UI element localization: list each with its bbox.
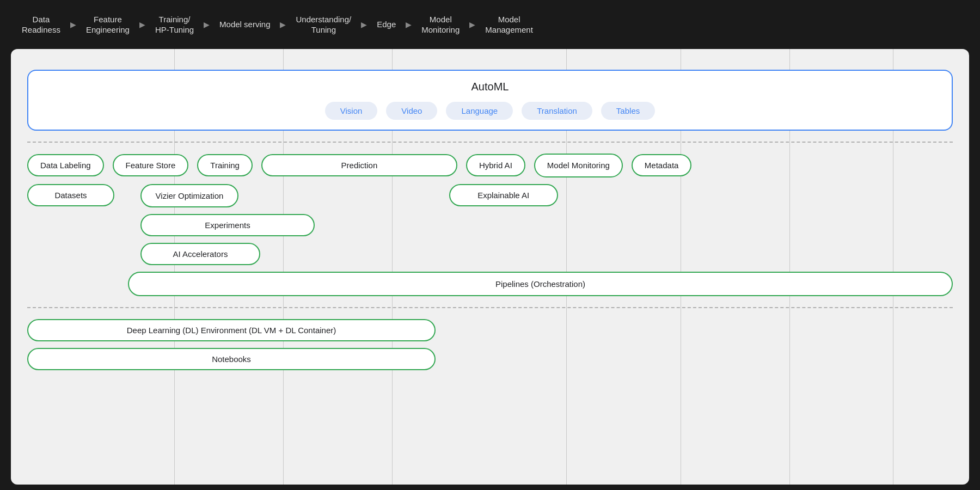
dl-section: Deep Learning (DL) Environment (DL VM + … [27,319,953,370]
nav-item-model-serving[interactable]: Model serving [219,19,270,30]
nav-label: Edge [377,19,396,30]
experiments-row: Experiments [27,214,953,236]
automl-title: AutoML [41,81,939,93]
ai-accelerators-row: AI Accelerators [27,243,953,265]
pill-notebooks[interactable]: Notebooks [27,348,436,370]
pill-experiments[interactable]: Experiments [140,214,315,236]
pill-feature-store[interactable]: Feature Store [113,154,189,176]
nav-arrow-6: ▶ [406,20,412,29]
nav-item-model-monitoring[interactable]: Model Monitoring [421,14,460,35]
automl-pill-translation[interactable]: Translation [522,102,592,120]
nav-arrow-1: ▶ [70,20,76,29]
pill-datasets[interactable]: Datasets [27,184,114,206]
nav-label: Training/ HP-Tuning [155,14,194,35]
nav-item-understanding[interactable]: Understanding/ Tuning [296,14,351,35]
pill-model-monitoring[interactable]: Model Monitoring [534,154,623,177]
pill-metadata[interactable]: Metadata [632,154,692,176]
pill-dl-environment[interactable]: Deep Learning (DL) Environment (DL VM + … [27,319,436,341]
nav-arrow-4: ▶ [280,20,286,29]
main-diagram: AutoML Vision Video Language Translation… [11,49,969,485]
pill-ai-accelerators[interactable]: AI Accelerators [140,243,260,265]
main-services-row: Data Labeling Feature Store Training Pre… [27,154,953,177]
secondary-row: Datasets Vizier Optimization Explainable… [27,184,953,208]
top-navigation: Data Readiness ▶ Feature Engineering ▶ T… [0,0,980,49]
nav-label: Data Readiness [22,14,60,35]
automl-pill-vision[interactable]: Vision [325,102,378,120]
automl-section: AutoML Vision Video Language Translation… [27,70,953,131]
pill-vizier[interactable]: Vizier Optimization [140,184,238,208]
nav-item-training-hp[interactable]: Training/ HP-Tuning [155,14,194,35]
nav-label: Model serving [219,19,270,30]
automl-pill-video[interactable]: Video [386,102,437,120]
dashed-divider-2 [27,307,953,308]
pill-explainable-ai[interactable]: Explainable AI [449,184,558,206]
automl-pill-language[interactable]: Language [446,102,513,120]
nav-item-feature-engineering[interactable]: Feature Engineering [86,14,130,35]
nav-item-edge[interactable]: Edge [377,19,396,30]
nav-item-data-readiness[interactable]: Data Readiness [22,14,60,35]
nav-arrow-2: ▶ [139,20,145,29]
pill-data-labeling[interactable]: Data Labeling [27,154,104,176]
pill-pipelines[interactable]: Pipelines (Orchestration) [128,272,953,296]
automl-pills: Vision Video Language Translation Tables [41,102,939,120]
automl-pill-tables[interactable]: Tables [601,102,655,120]
nav-arrow-3: ▶ [204,20,210,29]
nav-arrow-7: ▶ [469,20,475,29]
nav-arrow-5: ▶ [361,20,367,29]
pill-prediction[interactable]: Prediction [261,154,457,176]
nav-label: Model Monitoring [421,14,460,35]
pill-hybrid-ai[interactable]: Hybrid AI [466,154,525,176]
nav-label: Feature Engineering [86,14,130,35]
nav-item-model-management[interactable]: Model Management [485,14,533,35]
nav-label: Model Management [485,14,533,35]
nav-label: Understanding/ Tuning [296,14,351,35]
pill-training[interactable]: Training [197,154,253,176]
pipelines-row: Pipelines (Orchestration) [27,272,953,296]
dashed-divider-1 [27,142,953,143]
